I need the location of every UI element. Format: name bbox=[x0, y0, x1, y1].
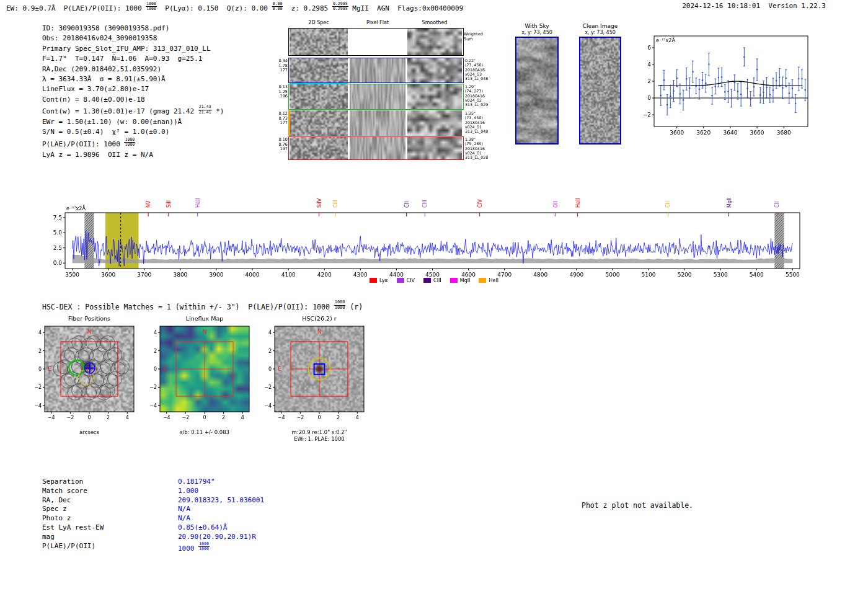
match-table-row: mag20.90(20.90,20.91)R bbox=[42, 533, 264, 542]
match-table-row: Match score1.000 bbox=[42, 487, 264, 496]
spec2d-col-header-pixelflat: Pixel Flat bbox=[350, 20, 405, 25]
cutout-title: Fiber Positions bbox=[45, 315, 134, 322]
fiber-detail-label: 1.35"(73, 450)20180416v024_01313_LL_048 bbox=[465, 111, 497, 133]
match-table-label: mag bbox=[42, 533, 178, 542]
legend-swatch bbox=[370, 278, 377, 283]
text-segment: 1000 bbox=[178, 544, 198, 553]
stacked-fraction: 10001000 bbox=[146, 2, 157, 12]
cutout-image-hsc bbox=[256, 322, 380, 429]
text-segment: Cont(w) = 1.30(±0.01)e-17 (gmag 21.42 bbox=[42, 108, 198, 116]
info-line: P(LAE)/P(OII): 1000 10001000 bbox=[42, 138, 224, 150]
cutout-title: Lineflux Map bbox=[160, 315, 249, 322]
spec2d-panel: 2D Spec Pixel Flat Smoothed WeightedSum … bbox=[273, 19, 502, 164]
fiber-detail-label: 0.22"(73, 450)20180416v024_03313_LL_048 bbox=[465, 58, 497, 81]
smoothed-image bbox=[407, 58, 462, 83]
text-segment: 0.85(±0.64)Å bbox=[178, 523, 227, 531]
smoothed-image bbox=[407, 136, 462, 160]
fiber-detail-label: 1.38"(75, 265)20180416v024_01313_LL_028 bbox=[465, 137, 497, 159]
text-segment: LyA z = 1.9896 OII z = N/A bbox=[42, 151, 153, 159]
pixel-flat-image bbox=[350, 84, 405, 110]
clean-image bbox=[579, 37, 621, 144]
match-table-value: 1.000 bbox=[178, 487, 198, 496]
pixel-flat-image bbox=[350, 110, 405, 136]
info-line: λ = 3634.33Å σ = 8.91(±5.90)Å bbox=[42, 74, 224, 84]
text-segment: 0.181794" bbox=[178, 478, 215, 486]
match-table-value: 0.181794" bbox=[178, 478, 215, 487]
legend-swatch bbox=[397, 278, 404, 283]
match-table: Separation0.181794"Match score1.000RA, D… bbox=[42, 478, 264, 554]
text-segment: 209.018323, 51.036001 bbox=[178, 496, 264, 504]
spec2d-col-header-2dspec: 2D Spec bbox=[290, 20, 348, 25]
match-table-value: 20.90(20.90,20.91)R bbox=[178, 533, 256, 542]
pixel-flat-image bbox=[350, 28, 405, 56]
text-segment: (r) bbox=[345, 303, 363, 311]
legend-swatch bbox=[423, 278, 431, 283]
match-table-value: N/A bbox=[178, 505, 190, 514]
header-timestamp-version: 2024-12-16 10:18:01 Version 1.22.3 bbox=[682, 2, 826, 10]
text-segment: P(LAE)/P(OII): 1000 bbox=[42, 140, 124, 148]
hsc-match-summary-line: HSC-DEX : Possible Matches = 1 (within +… bbox=[42, 300, 363, 311]
info-line: EWr = 1.50(±1.10) (w: 0.00(±nan))Å bbox=[42, 117, 224, 127]
stacked-fraction: 10001000 bbox=[198, 542, 210, 552]
legend-label: CIV bbox=[407, 278, 415, 283]
cutout-image-fibers bbox=[26, 322, 150, 429]
pixel-flat-image bbox=[350, 58, 405, 83]
legend-label: MgII bbox=[460, 278, 471, 283]
text-segment: z: 0.2985 bbox=[283, 4, 332, 12]
smoothed-image bbox=[407, 110, 462, 136]
match-table-row: RA, Dec209.018323, 51.036001 bbox=[42, 496, 264, 505]
detection-info-block: ID: 3090019358 (3090019358.pdf)Obs: 2018… bbox=[42, 24, 224, 160]
text-segment: ID: 3090019358 (3090019358.pdf) bbox=[42, 24, 169, 32]
text-segment: 1.000 bbox=[178, 487, 198, 495]
match-table-label: Match score bbox=[42, 487, 178, 496]
spec2d-row bbox=[273, 28, 499, 56]
spec2d-col-header-smoothed: Smoothed bbox=[407, 20, 462, 25]
spec2d-row: 0.341.781770.22"(73, 450)20180416v024_03… bbox=[273, 58, 499, 83]
clean-image-coords: x, y: 73, 450 bbox=[574, 30, 627, 35]
twod-spec-image bbox=[290, 110, 348, 136]
match-table-value: 1000 10001000 bbox=[178, 542, 210, 554]
info-line: RA,Dec (209.018402,51.035992) bbox=[42, 64, 224, 74]
text-segment: EWr = 1.50(±1.10) (w: 0.00(±nan))Å bbox=[42, 118, 182, 126]
text-segment: Primary Spec_Slot_IFU_AMP: 313_037_010_L… bbox=[42, 45, 211, 53]
clean-image-panel: Clean Image x, y: 73, 450 bbox=[574, 23, 627, 147]
info-line: Primary Spec_Slot_IFU_AMP: 313_037_010_L… bbox=[42, 44, 224, 54]
with-sky-panel: With Sky x, y: 73, 450 bbox=[508, 23, 565, 147]
match-table-row: Separation0.181794" bbox=[42, 478, 264, 487]
spectrum-line-legend: LyαCIVCIIIMgIIHeII bbox=[0, 278, 868, 283]
cutout-xlabel: s/b: 0.11 +/- 0.083 bbox=[160, 429, 249, 436]
with-sky-title: With Sky bbox=[508, 23, 565, 30]
text-segment: S/N = 0.5(±0.4) χ² = 1.0(±0.0) bbox=[42, 128, 169, 136]
emission-line-fit-chart bbox=[629, 27, 815, 148]
info-line: Obs: 20180416v024_3090019358 bbox=[42, 33, 224, 43]
text-segment: 20.90(20.90,20.91)R bbox=[178, 533, 256, 541]
legend-label: HeII bbox=[489, 278, 498, 283]
match-table-row: Spec zN/A bbox=[42, 505, 264, 514]
cutout-panel-lineflux: Lineflux Maps/b: 0.11 +/- 0.083 bbox=[141, 315, 265, 436]
smoothed-image bbox=[407, 28, 462, 56]
twod-spec-image bbox=[290, 84, 348, 110]
legend-swatch bbox=[479, 278, 486, 283]
spec2d-row: 0.120.731771.35"(73, 450)20180416v024_01… bbox=[273, 110, 499, 136]
fiber-weight-label: 0.120.73177 bbox=[273, 112, 288, 126]
fiber-weight-label: 0.341.78177 bbox=[273, 59, 288, 73]
text-segment: HSC-DEX : Possible Matches = 1 (within +… bbox=[42, 303, 334, 311]
spec2d-row: 0.100.761971.38"(75, 265)20180416v024_01… bbox=[273, 136, 499, 160]
twod-spec-image bbox=[290, 28, 348, 56]
legend-item: Lyα bbox=[370, 278, 388, 283]
elixer-detection-report: EW: 0.9±0.7Å P(LAE)/P(OII): 1000 1000100… bbox=[0, 0, 868, 591]
match-table-label: Photo z bbox=[42, 514, 178, 523]
info-line: ID: 3090019358 (3090019358.pdf) bbox=[42, 24, 224, 33]
info-line: Cont(n) = 8.40(±0.00)e-18 bbox=[42, 95, 224, 105]
text-segment: LineFlux = 3.70(±2.80)e-17 bbox=[42, 85, 149, 93]
text-segment: Cont(n) = 8.40(±0.00)e-18 bbox=[42, 96, 145, 104]
legend-item: CIII bbox=[423, 278, 441, 283]
fiber-weight-label: 0.100.76197 bbox=[273, 138, 288, 152]
legend-item: CIV bbox=[397, 278, 415, 283]
text-segment: λ = 3634.33Å σ = 8.91(±5.90)Å bbox=[42, 75, 166, 83]
with-sky-image bbox=[515, 37, 559, 144]
legend-label: CIII bbox=[433, 278, 441, 283]
twod-spec-image bbox=[290, 136, 348, 160]
text-segment: MgII AGN Flags:0x00400009 bbox=[348, 4, 463, 12]
text-segment: F=1.7" T=0.147 N̄=1.06 A=0.93 g=25.1 bbox=[42, 55, 202, 63]
